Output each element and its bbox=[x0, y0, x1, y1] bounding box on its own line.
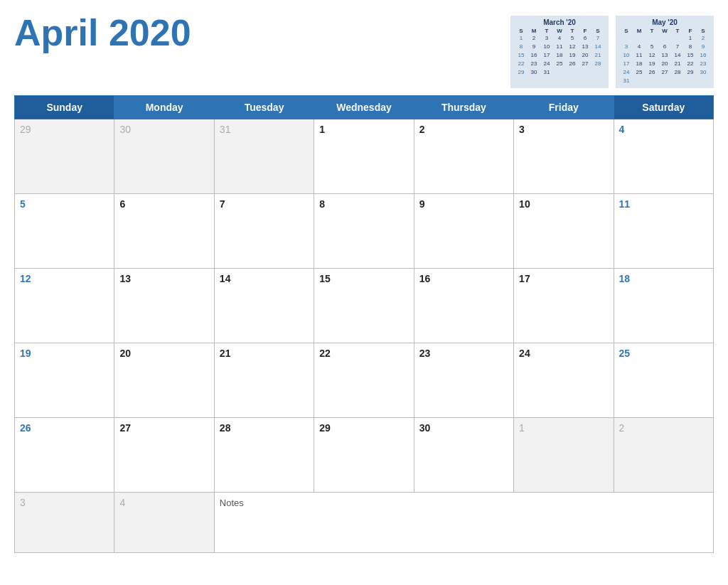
page-title: April 2020 bbox=[14, 13, 191, 53]
calendar-cell: 22 bbox=[314, 343, 414, 418]
col-header-thursday: Thursday bbox=[414, 96, 513, 119]
calendar-cell: 6 bbox=[114, 194, 214, 269]
col-header-saturday: Saturday bbox=[614, 96, 713, 119]
calendar-cell: 28 bbox=[214, 418, 314, 493]
col-header-monday: Monday bbox=[114, 96, 214, 119]
calendar-cell: 26 bbox=[15, 418, 114, 493]
notes-cell: Notes bbox=[214, 493, 713, 553]
calendar-cell: 4 bbox=[114, 493, 214, 553]
calendar-header-row: SundayMondayTuesdayWednesdayThursdayFrid… bbox=[15, 96, 714, 119]
mini-cal: March '20SMTWTFS123456789101112131415161… bbox=[510, 16, 609, 88]
calendar-cell: 21 bbox=[214, 343, 314, 418]
day-number: 31 bbox=[220, 124, 231, 135]
day-number: 30 bbox=[119, 124, 131, 135]
day-number: 10 bbox=[519, 198, 530, 210]
page-header: April 2020 March '20SMTWTFS1234567891011… bbox=[14, 13, 714, 88]
calendar-week-row: 19202122232425 bbox=[15, 343, 714, 418]
calendar-cell: 23 bbox=[414, 343, 513, 418]
calendar-cell: 19 bbox=[15, 343, 114, 418]
day-number: 17 bbox=[519, 273, 530, 284]
day-number: 18 bbox=[619, 273, 631, 284]
day-number: 23 bbox=[419, 348, 431, 359]
day-number: 24 bbox=[519, 348, 530, 359]
calendar-cell: 8 bbox=[314, 194, 414, 269]
calendar-cell: 24 bbox=[514, 343, 614, 418]
calendar-cell: 18 bbox=[614, 269, 713, 343]
col-header-tuesday: Tuesday bbox=[214, 96, 314, 119]
calendar-cell: 17 bbox=[514, 269, 614, 343]
day-number: 21 bbox=[220, 348, 231, 359]
day-number: 16 bbox=[419, 273, 431, 284]
calendar-cell: 27 bbox=[114, 418, 214, 493]
calendar-cell: 29 bbox=[15, 119, 114, 194]
calendar-cell: 30 bbox=[114, 119, 214, 194]
day-number: 13 bbox=[119, 273, 131, 284]
calendar-cell: 9 bbox=[414, 194, 513, 269]
day-number: 7 bbox=[220, 198, 225, 210]
calendar-cell: 10 bbox=[514, 194, 614, 269]
day-number: 2 bbox=[419, 124, 425, 135]
calendar-cell: 5 bbox=[15, 194, 114, 269]
day-number: 3 bbox=[519, 124, 525, 135]
day-number: 27 bbox=[119, 422, 131, 434]
col-header-friday: Friday bbox=[514, 96, 614, 119]
day-number: 11 bbox=[619, 198, 631, 210]
calendar-week-row: 2930311234 bbox=[15, 119, 714, 194]
calendar-week-row: 262728293012 bbox=[15, 418, 714, 493]
calendar-cell: 14 bbox=[214, 269, 314, 343]
day-number: 20 bbox=[119, 348, 131, 359]
calendar-cell: 1 bbox=[314, 119, 414, 194]
day-number: 30 bbox=[419, 422, 431, 434]
day-number: 1 bbox=[319, 124, 325, 135]
calendar-cell: 30 bbox=[414, 418, 513, 493]
day-number: 14 bbox=[220, 273, 231, 284]
calendar-cell: 20 bbox=[114, 343, 214, 418]
day-number: 26 bbox=[20, 422, 31, 434]
day-number: 29 bbox=[319, 422, 331, 434]
day-number: 28 bbox=[220, 422, 231, 434]
day-number: 9 bbox=[419, 198, 425, 210]
day-number: 6 bbox=[119, 198, 125, 210]
day-number: 4 bbox=[619, 124, 625, 135]
calendar-cell: 31 bbox=[214, 119, 314, 194]
day-number: 1 bbox=[519, 422, 525, 434]
mini-cal: May '20SMTWTFS12345678910111213141516171… bbox=[616, 16, 714, 88]
calendar-cell: 1 bbox=[514, 418, 614, 493]
calendar-week-row: 34Notes bbox=[15, 493, 714, 553]
col-header-wednesday: Wednesday bbox=[314, 96, 414, 119]
calendar-week-row: 567891011 bbox=[15, 194, 714, 269]
calendar-cell: 3 bbox=[514, 119, 614, 194]
calendar-cell: 16 bbox=[414, 269, 513, 343]
calendar-cell: 12 bbox=[15, 269, 114, 343]
calendar-cell: 2 bbox=[414, 119, 513, 194]
calendar-cell: 7 bbox=[214, 194, 314, 269]
day-number: 22 bbox=[319, 348, 331, 359]
day-number: 12 bbox=[20, 273, 31, 284]
day-number: 3 bbox=[20, 497, 26, 508]
day-number: 15 bbox=[319, 273, 331, 284]
notes-label: Notes bbox=[220, 498, 244, 508]
day-number: 4 bbox=[119, 497, 125, 508]
day-number: 5 bbox=[20, 198, 26, 210]
calendar-cell: 15 bbox=[314, 269, 414, 343]
mini-calendars: March '20SMTWTFS123456789101112131415161… bbox=[510, 16, 714, 88]
calendar-week-row: 12131415161718 bbox=[15, 269, 714, 343]
calendar-cell: 4 bbox=[614, 119, 713, 194]
calendar-cell: 3 bbox=[15, 493, 114, 553]
main-calendar: SundayMondayTuesdayWednesdayThursdayFrid… bbox=[14, 95, 714, 553]
day-number: 19 bbox=[20, 348, 31, 359]
calendar-cell: 2 bbox=[614, 418, 713, 493]
day-number: 8 bbox=[319, 198, 325, 210]
day-number: 2 bbox=[619, 422, 625, 434]
calendar-body: 2930311234567891011121314151617181920212… bbox=[15, 119, 714, 553]
calendar-cell: 13 bbox=[114, 269, 214, 343]
day-number: 29 bbox=[20, 124, 31, 135]
calendar-cell: 29 bbox=[314, 418, 414, 493]
calendar-cell: 25 bbox=[614, 343, 713, 418]
day-number: 25 bbox=[619, 348, 631, 359]
calendar-cell: 11 bbox=[614, 194, 713, 269]
col-header-sunday: Sunday bbox=[15, 96, 114, 119]
